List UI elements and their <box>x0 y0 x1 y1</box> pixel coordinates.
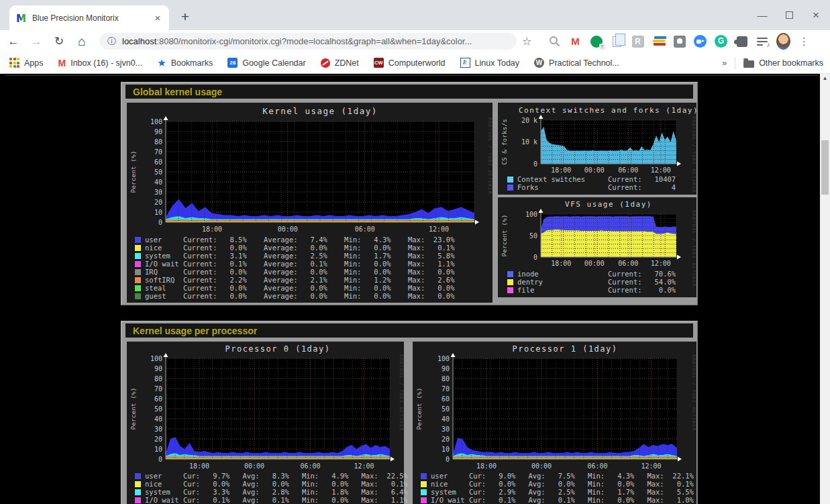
minimize-button[interactable]: — <box>754 7 771 24</box>
search-icon[interactable] <box>548 34 562 48</box>
legend-row: I/O wait Cur: 0.1% Avg: 0.1% Min: 0.0% M… <box>421 496 694 504</box>
browser-tab[interactable]: M Blue Precision Monitorix × <box>9 5 169 30</box>
zoom-icon[interactable] <box>693 34 707 48</box>
legend-color-box <box>135 293 141 299</box>
maximize-button[interactable] <box>780 7 798 24</box>
legend-color-box <box>135 237 141 243</box>
graph-legend: Context switchesCurrent: 10407ForksCurre… <box>507 175 585 191</box>
svg-text:20: 20 <box>442 436 450 443</box>
calendar-icon: 28 <box>227 58 238 68</box>
legend-color-box <box>421 473 427 479</box>
reading-stack-icon[interactable] <box>652 34 666 48</box>
bookmark-apps[interactable]: Apps <box>9 58 44 68</box>
legend-color-box <box>507 271 513 277</box>
processor-0-graph[interactable]: 010203040506070809010018:0000:0006:0012:… <box>127 342 404 504</box>
grammarly-icon[interactable]: G <box>714 34 728 48</box>
bookmark-label: Google Calendar <box>242 58 306 68</box>
legend-color-box <box>135 489 141 495</box>
legend-current-value: Current: 0.0% <box>608 286 676 294</box>
legend-row: system Current: 3.1% Average: 2.5% Min: … <box>135 252 454 260</box>
forward-button[interactable]: → <box>27 32 46 51</box>
tab-close-icon[interactable]: × <box>152 12 164 24</box>
copy-docs-icon[interactable] <box>610 34 624 48</box>
svg-text:12:00: 12:00 <box>651 166 671 174</box>
svg-text:0: 0 <box>533 160 537 168</box>
vfs-usage-graph[interactable]: 05010018:0000:0006:0012:00VFS usage (1da… <box>498 197 696 297</box>
svg-text:Percent (%): Percent (%) <box>501 215 508 257</box>
bookmark-star-icon[interactable]: ☆ <box>522 35 531 48</box>
r-extension-icon[interactable]: R <box>631 34 645 48</box>
svg-text:20: 20 <box>154 199 162 206</box>
legend-color-box <box>135 473 141 479</box>
bookmark-computerworld[interactable]: CW Computerworld <box>374 58 446 68</box>
svg-text:06:00: 06:00 <box>618 166 638 174</box>
svg-text:RRDTOOL / TOBI OETIKER: RRDTOOL / TOBI OETIKER <box>399 354 404 432</box>
browser-toolbar: ← → ↻ ⌂ ⓘ localhost:8080/monitorix-cgi/m… <box>0 30 830 52</box>
playlist-icon[interactable] <box>756 34 770 48</box>
gmail-icon[interactable]: M <box>568 34 582 48</box>
google-voice-icon[interactable] <box>589 34 603 48</box>
section-title: Global kernel usage <box>125 87 222 97</box>
home-button[interactable]: ⌂ <box>72 32 91 51</box>
kernel-usage-graph[interactable]: 010203040506070809010018:0000:0006:0012:… <box>127 103 492 303</box>
reload-button[interactable]: ↻ <box>50 32 68 51</box>
bookmark-label: ZDNet <box>335 58 359 68</box>
window-close-button[interactable]: × <box>807 7 825 24</box>
legend-row: softIRQ Current: 2.2% Average: 2.1% Min:… <box>135 276 454 284</box>
svg-text:10: 10 <box>154 209 162 216</box>
bookmark-label: Computerworld <box>388 58 446 68</box>
page-info-icon[interactable]: ⓘ <box>107 36 116 48</box>
legend-color-box <box>135 481 141 487</box>
legend-text: system Cur: 3.3% Avg: 2.8% Min: 1.8% Max… <box>145 488 408 496</box>
context-switches-graph[interactable]: 010 k20 k18:0000:0006:0012:00Context swi… <box>498 103 696 195</box>
bookmark-bookmarks[interactable]: ★ Bookmarks <box>157 57 213 69</box>
bookmark-practical-technology[interactable]: W Practical Technol... <box>534 58 619 68</box>
processor-1-graph[interactable]: 010203040506070809010018:0000:0006:0012:… <box>413 342 696 504</box>
svg-text:100: 100 <box>150 118 162 125</box>
svg-text:0: 0 <box>158 219 162 226</box>
svg-text:40: 40 <box>442 415 450 423</box>
bookmark-google-calendar[interactable]: 28 Google Calendar <box>227 58 306 68</box>
legend-text: nice Cur: 0.0% Avg: 0.0% Min: 0.0% Max: … <box>431 480 694 488</box>
scroll-up-arrow-icon[interactable]: ▲ <box>820 75 830 81</box>
page-scrollbar[interactable]: ▲ <box>820 74 830 504</box>
keep-notes-icon[interactable] <box>672 34 686 48</box>
legend-color-box <box>135 261 141 267</box>
other-bookmarks-button[interactable]: Other bookmarks <box>743 58 823 68</box>
svg-text:00:00: 00:00 <box>278 225 298 233</box>
legend-color-box <box>507 185 513 191</box>
bookmarks-overflow-chevron[interactable]: » <box>722 58 727 68</box>
svg-text:18:00: 18:00 <box>551 166 571 174</box>
new-tab-button[interactable]: + <box>176 8 195 27</box>
svg-text:Percent (%): Percent (%) <box>415 388 423 430</box>
browser-window: M Blue Precision Monitorix × + — × ← → ↻… <box>0 0 830 504</box>
legend-row: dentryCurrent: 54.0% <box>507 278 543 286</box>
legend-row: system Cur: 2.9% Avg: 2.5% Min: 1.7% Max… <box>421 488 694 496</box>
bookmark-zdnet[interactable]: ZDNet <box>321 58 359 68</box>
legend-color-box <box>135 277 141 283</box>
graph-legend: user Cur: 9.0% Avg: 7.5% Min: 4.3% Max: … <box>421 472 694 504</box>
tab-strip: M Blue Precision Monitorix × + — × <box>0 0 830 30</box>
divider <box>735 57 735 69</box>
legend-color-box <box>135 269 141 275</box>
svg-text:70: 70 <box>154 148 162 156</box>
bookmark-linux-today[interactable]: lt Linux Today <box>460 58 520 68</box>
legend-color-box <box>135 285 141 291</box>
legend-color-box <box>507 279 513 285</box>
scrollbar-thumb[interactable] <box>821 140 829 195</box>
browser-menu-icon[interactable]: ⋮ <box>797 34 811 48</box>
svg-text:20: 20 <box>154 436 162 443</box>
svg-text:100: 100 <box>150 355 162 362</box>
legend-current-value: Current: 70.6% <box>608 270 676 278</box>
profile-avatar[interactable] <box>776 34 790 48</box>
page-top-rule <box>5 75 819 76</box>
monitorix-favicon-icon: M <box>16 13 27 23</box>
extensions-puzzle-icon[interactable] <box>735 34 749 48</box>
svg-text:60: 60 <box>154 158 162 166</box>
bookmarks-bar-right: » Other bookmarks <box>722 57 823 69</box>
svg-text:90: 90 <box>442 365 450 372</box>
address-bar[interactable]: ⓘ localhost:8080/monitorix-cgi/monitorix… <box>99 33 517 50</box>
svg-text:30: 30 <box>154 189 162 196</box>
back-button[interactable]: ← <box>4 32 23 51</box>
bookmark-inbox[interactable]: M Inbox (16) - sjvn0... <box>58 58 143 68</box>
